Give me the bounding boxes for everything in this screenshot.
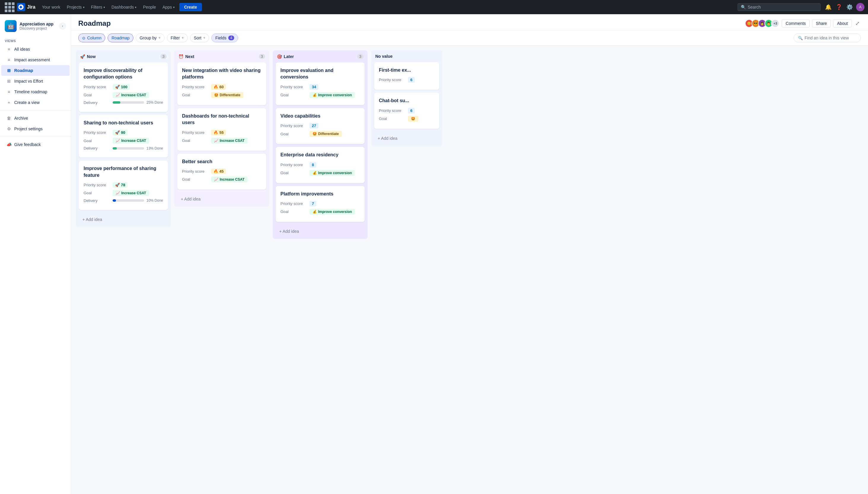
share-button[interactable]: Share [812,19,831,27]
sidebar-item-impact-assessment[interactable]: ≡ Impact assessment [1,55,70,65]
card-video-capabilities[interactable]: Video capabilities Priority score 27 Goa… [276,108,365,144]
priority-score-badge: 🚀 78 [113,182,127,188]
comments-button[interactable]: Comments [782,19,810,27]
groupby-button[interactable]: Group by + [136,34,164,42]
settings-icon[interactable]: ⚙️ [846,3,854,11]
column-next-count: 3 [259,54,265,59]
page-header: Roadmap 😊 😎 👩 👨 +3 Comments Share About … [71,14,868,31]
sidebar-project-settings[interactable]: ⚙ Project settings [1,124,70,134]
nav-filters[interactable]: Filters ▾ [88,3,108,11]
column-no-value-cards: First-time ex... Priority score 6 Chat-b… [371,62,442,132]
roadmap-button[interactable]: Roadmap [108,34,133,42]
card-title: Platform improvements [281,191,360,197]
sidebar-item-impact-vs-effort[interactable]: ⊞ Impact vs Effort [1,76,70,87]
nav-dashboards[interactable]: Dashboards ▾ [109,3,140,11]
create-button[interactable]: Create [179,3,202,11]
add-idea-now[interactable]: + Add idea [78,214,168,225]
column-later-label: Later [284,54,294,59]
help-icon[interactable]: ❓ [835,3,843,11]
now-emoji: 🚀 [80,54,85,59]
card-field-delivery: Delivery 10% Done [84,198,163,203]
progress-label: 25% Done [146,100,163,104]
search-input[interactable] [748,5,817,10]
column-now: 🚀 Now 3 Improve discoverability of confi… [76,50,171,227]
plus-icon: + [182,36,184,40]
about-button[interactable]: About [833,19,852,27]
card-title: Dashboards for non-technical users [182,113,261,126]
avatar-count: +3 [771,19,779,27]
progress-label: 13% Done [146,146,163,150]
card-eval-conversions[interactable]: Improve evaluation and conversions Prior… [276,62,365,105]
card-better-search[interactable]: Better search Priority score 🔥 45 Goal 📈… [177,154,266,190]
sidebar-item-roadmap[interactable]: ⊞ Roadmap [1,65,70,76]
fields-button[interactable]: Fields 4 [211,34,238,42]
card-field-delivery: Delivery 25% Done [84,100,163,105]
nav-people[interactable]: People [140,3,159,11]
card-dashboards[interactable]: Dashboards for non-technical users Prior… [177,108,266,151]
card-performance-sharing[interactable]: Improve performance of sharing feature P… [79,160,168,210]
nav-projects[interactable]: Projects ▾ [64,3,88,11]
card-field-priority: Priority score 🔥 60 [182,84,261,90]
project-icon: 🤖 [5,20,17,32]
column-later-header: 🎯 Later 3 [273,50,367,62]
card-enterprise-data[interactable]: Enterprise data residency Priority score… [276,147,365,183]
settings-icon: ⚙ [6,126,12,132]
column-now-count: 3 [160,54,167,59]
column-later-count: 3 [357,54,363,59]
card-first-time[interactable]: First-time ex... Priority score 6 [374,62,439,90]
card-platform-improvements[interactable]: Platform improvements Priority score 7 G… [276,186,365,222]
nav-your-work[interactable]: Your work [39,3,63,11]
create-view-button[interactable]: + Create a view [1,97,70,108]
card-field-goal: Goal 📈 Increase CSAT [84,138,163,144]
column-next-label: Next [185,54,194,59]
grid-icon[interactable] [3,1,16,13]
column-view-button[interactable]: ⊙ Column [78,34,105,42]
add-idea-later[interactable]: + Add idea [275,226,365,236]
expand-button[interactable]: ⤢ [854,19,861,28]
sort-button[interactable]: Sort + [190,34,209,42]
nav-icons: 🔔 ❓ ⚙️ A [824,3,865,11]
card-field-priority: Priority score 🚀 90 [84,130,163,135]
priority-score-badge: 🔥 60 [211,84,226,90]
nav-apps[interactable]: Apps ▾ [160,3,178,11]
plus-icon: + [203,36,205,40]
search-ideas-container: 🔍 [794,34,861,42]
goal-badge: 🤩 Differentiate [211,92,243,98]
search-ideas-input[interactable] [804,36,856,40]
search-container: 🔍 [738,3,820,11]
card-title: Improve evaluation and conversions [281,67,360,80]
sidebar-give-feedback[interactable]: 📣 Give feedback [1,139,70,150]
card-title: New integration with video sharing platf… [182,67,261,80]
project-name: Appreciation app [20,22,53,26]
add-idea-next[interactable]: + Add idea [177,194,267,204]
priority-score-badge: 8 [309,162,316,168]
column-icon: ⊙ [82,36,85,40]
card-field-goal: Goal 📈 Increase CSAT [84,92,163,98]
plus-icon: + [159,36,161,40]
jira-logo[interactable]: Jira [17,3,35,11]
search-icon: 🔍 [798,36,803,40]
user-avatar[interactable]: A [856,3,865,11]
card-video-integration[interactable]: New integration with video sharing platf… [177,62,266,105]
card-discoverability[interactable]: Improve discoverability of configuration… [79,62,168,112]
card-field-goal: Goal 💰 Improve conversion [281,209,360,215]
header-actions: 😊 😎 👩 👨 +3 Comments Share About ⤢ [745,19,861,28]
sidebar-item-all-ideas[interactable]: ≡ All ideas [1,44,70,55]
sidebar-item-timeline[interactable]: ≡ Timeline roadmap [1,87,70,97]
card-field-goal: Goal 📈 Increase CSAT [84,190,163,196]
card-field-priority: Priority score 34 [281,84,360,90]
card-chatbot[interactable]: Chat-bot su... Priority score 6 Goal 🤩 [374,93,439,129]
add-idea-novalue[interactable]: + Add idea [374,133,440,144]
card-field-priority: Priority score 6 [379,108,435,113]
column-now-label: Now [87,54,96,59]
priority-score-badge: 🔥 55 [211,130,226,135]
notifications-icon[interactable]: 🔔 [824,3,832,11]
priority-score-badge: 34 [309,84,319,90]
collapse-sidebar-button[interactable]: ‹ [59,22,66,30]
progress-bar: 13% Done [113,146,163,150]
sidebar-archive[interactable]: 🗑 Archive [1,113,70,124]
card-field-goal: Goal 🤩 [379,116,435,122]
card-title: Video capabilities [281,113,360,119]
filter-button[interactable]: Filter + [167,34,188,42]
card-sharing-nontechnical[interactable]: Sharing to non-technical users Priority … [79,115,168,157]
